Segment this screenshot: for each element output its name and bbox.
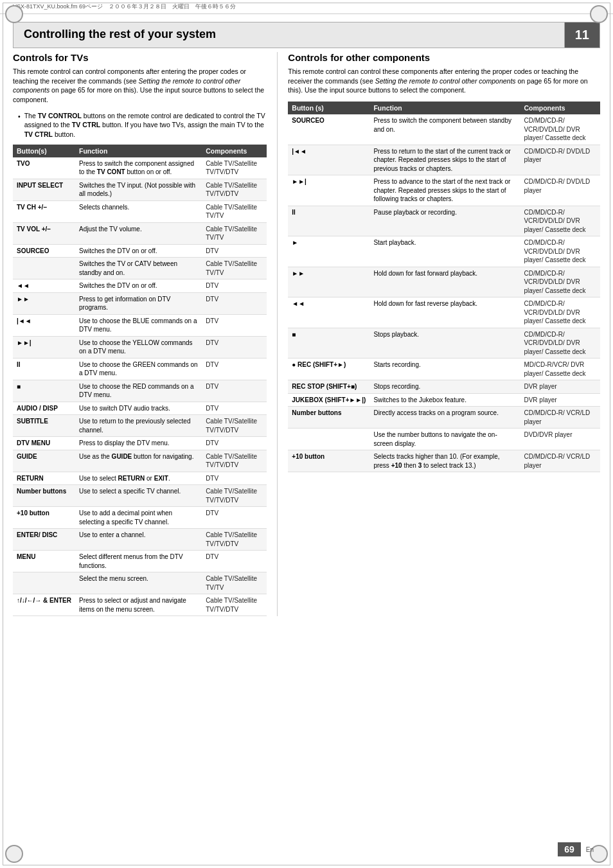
- cell-components: Cable TV/Satellite TV/TV/DTV: [202, 594, 267, 616]
- cell-function: Use to choose the RED commands on a DTV …: [75, 380, 202, 402]
- cell-components: DTV: [202, 402, 267, 415]
- cell-button: RETURN: [13, 472, 75, 485]
- other-controls-table: Button (s) Function Components SOURCEOPr…: [288, 102, 600, 472]
- bullet-text: The TV CONTROL buttons on the remote con…: [24, 111, 267, 139]
- cell-components: Cable TV/Satellite TV/TV/DTV: [202, 450, 267, 472]
- cell-components: CD/MD/CD-R/ VCR/LD player: [520, 450, 600, 472]
- cell-function: Switches the TV input. (Not possible wit…: [75, 179, 202, 200]
- main-content: Controls for TVs This remote control can…: [0, 52, 613, 616]
- cell-function: Use to switch DTV audio tracks.: [75, 402, 202, 415]
- cell-components: Cable TV/Satellite TV/TV: [202, 572, 267, 594]
- cell-button: [288, 429, 369, 450]
- cell-components: DTV: [202, 292, 267, 314]
- col-header-function: Function: [369, 102, 520, 114]
- cell-button: ◄◄: [13, 279, 75, 293]
- col-header-button: Button(s): [13, 145, 75, 157]
- cell-components: MD/CD-R/VCR/ DVR player/ Cassette deck: [520, 359, 600, 380]
- page-footer: 69 En: [558, 842, 594, 856]
- cell-components: CD/MD/CD-R/ VCR/DVD/LD/ DVR player/ Cass…: [520, 114, 600, 145]
- cell-function: Press to select or adjust and navigate i…: [75, 594, 202, 616]
- col-header-function: Function: [75, 145, 202, 157]
- cell-button: ◄◄: [288, 297, 369, 328]
- corner-tl: [5, 5, 23, 23]
- table-row: ►►Press to get information on DTV progra…: [13, 292, 267, 314]
- table-row: ENTER/ DISCUse to enter a channel.Cable …: [13, 529, 267, 551]
- right-column: Controls for other components This remot…: [277, 52, 600, 616]
- cell-function: Adjust the TV volume.: [75, 222, 202, 244]
- cell-button: Number buttons: [288, 407, 369, 429]
- table-row: ►Start playback.CD/MD/CD-R/ VCR/DVD/LD/ …: [288, 236, 600, 267]
- cell-components: Cable TV/Satellite TV/TV: [202, 258, 267, 279]
- table-row: TVOPress to switch the component assigne…: [13, 157, 267, 179]
- cell-button: TVO: [13, 157, 75, 179]
- table-header-row: Button (s) Function Components: [288, 102, 600, 114]
- cell-components: Cable TV/Satellite TV/TV/DTV: [202, 529, 267, 551]
- cell-button: ►►|: [13, 336, 75, 358]
- page-container: VSX-81TXV_KU.book.fm 69ページ ２００６年３月２８日 火曜…: [0, 0, 613, 868]
- cell-function: Switches to the Jukebox feature.: [369, 393, 520, 407]
- cell-button: ENTER/ DISC: [13, 529, 75, 551]
- table-row: Number buttonsDirectly access tracks on …: [288, 407, 600, 429]
- cell-function: Use to choose the YELLOW commands on a D…: [75, 336, 202, 358]
- cell-function: Use to enter a channel.: [75, 529, 202, 551]
- table-row: Number buttonsUse to select a specific T…: [13, 485, 267, 507]
- table-row: +10 buttonSelects tracks higher than 10.…: [288, 450, 600, 472]
- cell-button: SOURCEO: [288, 114, 369, 145]
- cell-button: ↑/↓/←/→ & ENTER: [13, 594, 75, 616]
- table-row: MENUSelect different menus from the DTV …: [13, 551, 267, 572]
- cell-function: Use to add a decimal point when selectin…: [75, 507, 202, 529]
- cell-components: CD/MD/CD-R/ VCR/DVD/LD/ DVR player/ Cass…: [520, 328, 600, 359]
- right-section-title: Controls for other components: [288, 52, 600, 63]
- bullet-dot: •: [18, 112, 21, 139]
- cell-components: Cable TV/Satellite TV/TV/DTV: [202, 415, 267, 437]
- cell-components: DTV: [202, 358, 267, 380]
- cell-components: DTV: [202, 507, 267, 529]
- cell-components: DVD/DVR player: [520, 429, 600, 450]
- cell-components: DTV: [202, 551, 267, 572]
- cell-function: Use as the GUIDE button for navigating.: [75, 450, 202, 472]
- cell-function: Select different menus from the DTV func…: [75, 551, 202, 572]
- cell-components: CD/MD/CD-R/ VCR/LD player: [520, 407, 600, 429]
- table-row: |◄◄Press to return to the start of the c…: [288, 145, 600, 175]
- title-row: Controlling the rest of your system 11: [13, 22, 600, 48]
- cell-components: CD/MD/CD-R/ DVD/LD player: [520, 145, 600, 175]
- cell-button: ►►: [288, 267, 369, 297]
- cell-button: ►►|: [288, 175, 369, 206]
- cell-button: +10 button: [288, 450, 369, 472]
- cell-button: DTV MENU: [13, 437, 75, 450]
- table-row: ►►|Use to choose the YELLOW commands on …: [13, 336, 267, 358]
- cell-components: DVR player: [520, 380, 600, 394]
- cell-function: Hold down for fast reverse playback.: [369, 297, 520, 328]
- cell-button: TV CH +/–: [13, 200, 75, 222]
- cell-function: Press to display the DTV menu.: [75, 437, 202, 450]
- meta-bar: VSX-81TXV_KU.book.fm 69ページ ２００６年３月２８日 火曜…: [0, 0, 613, 14]
- cell-components: CD/MD/CD-R/ VCR/DVD/LD/ DVR player/ Cass…: [520, 297, 600, 328]
- cell-function: Selects tracks higher than 10. (For exam…: [369, 450, 520, 472]
- table-row: ◄◄Hold down for fast reverse playback.CD…: [288, 297, 600, 328]
- table-row: ● REC (SHIFT+►)Starts recording.MD/CD-R/…: [288, 359, 600, 380]
- page-number-footer: 69: [558, 842, 581, 856]
- table-row: AUDIO / DISPUse to switch DTV audio trac…: [13, 402, 267, 415]
- table-row: ↑/↓/←/→ & ENTERPress to select or adjust…: [13, 594, 267, 616]
- cell-button: TV VOL +/–: [13, 222, 75, 244]
- cell-function: Press to return to the start of the curr…: [369, 145, 520, 175]
- cell-button: INPUT SELECT: [13, 179, 75, 200]
- cell-components: DTV: [202, 336, 267, 358]
- right-section-description: This remote control can control these co…: [288, 67, 600, 95]
- table-row: DTV MENUPress to display the DTV menu.DT…: [13, 437, 267, 450]
- cell-button: [13, 258, 75, 279]
- cell-function: Start playback.: [369, 236, 520, 267]
- cell-function: Pause playback or recording.: [369, 206, 520, 236]
- table-row: TV CH +/–Selects channels.Cable TV/Satel…: [13, 200, 267, 222]
- footer-lang: En: [586, 846, 594, 853]
- cell-function: Select the menu screen.: [75, 572, 202, 594]
- cell-button: MENU: [13, 551, 75, 572]
- cell-function: Switches the DTV on or off.: [75, 279, 202, 293]
- table-row: Select the menu screen.Cable TV/Satellit…: [13, 572, 267, 594]
- cell-components: DTV: [202, 279, 267, 293]
- left-section-description: This remote control can control componen…: [13, 67, 267, 105]
- cell-button: ►►: [13, 292, 75, 314]
- cell-function: Press to switch the component assigned t…: [75, 157, 202, 179]
- cell-button: SUBTITLE: [13, 415, 75, 437]
- table-row: INPUT SELECTSwitches the TV input. (Not …: [13, 179, 267, 200]
